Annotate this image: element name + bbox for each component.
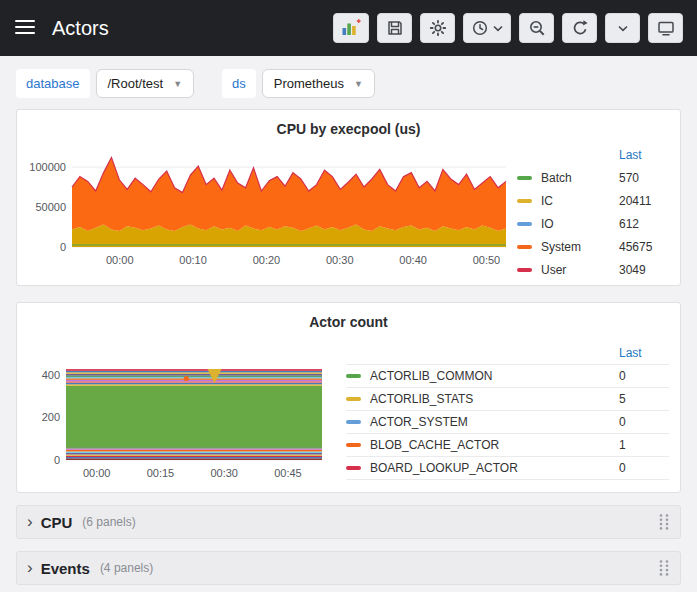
datasource-variable-value: Prometheus: [274, 76, 344, 91]
refresh-button[interactable]: [562, 13, 597, 43]
legend-series-name: ACTORLIB_COMMON: [370, 369, 619, 383]
legend-item-actorlib_stats[interactable]: ACTORLIB_STATS5: [346, 388, 669, 411]
row-title: Events: [41, 560, 90, 577]
actor-count-legend: LastACTORLIB_COMMON0ACTORLIB_STATS5ACTOR…: [346, 342, 669, 480]
dashboard-settings-button[interactable]: [420, 13, 455, 43]
row-title: CPU: [41, 514, 73, 531]
svg-text:00:00: 00:00: [106, 254, 134, 266]
series-color-swatch: [517, 176, 532, 180]
legend-item-io[interactable]: IO612: [517, 212, 669, 235]
legend-last-value: 20411: [619, 194, 669, 208]
svg-text:0: 0: [54, 454, 60, 466]
svg-text:400: 400: [42, 369, 60, 381]
legend-series-name: BOARD_LOOKUP_ACTOR: [370, 461, 619, 475]
svg-text:00:30: 00:30: [210, 467, 238, 479]
legend-item-system[interactable]: System45675: [517, 235, 669, 258]
legend-series-name: Batch: [541, 171, 619, 185]
database-variable-label: database: [16, 69, 90, 98]
refresh-interval-dropdown-button[interactable]: [605, 13, 640, 43]
legend-series-name: BLOB_CACHE_ACTOR: [370, 438, 619, 452]
svg-text:00:00: 00:00: [83, 467, 111, 479]
zoom-out-icon: [528, 19, 546, 37]
clock-icon: [471, 19, 489, 37]
collapsed-row-cpu[interactable]: › CPU (6 panels): [16, 505, 681, 539]
legend-item-actor_system[interactable]: ACTOR_SYSTEM0: [346, 411, 669, 434]
save-dashboard-button[interactable]: [377, 13, 412, 43]
add-panel-button[interactable]: [333, 13, 369, 43]
legend-last-header: Last: [619, 346, 669, 360]
legend-last-value: 612: [619, 217, 669, 231]
drag-handle-icon[interactable]: [658, 559, 670, 577]
tv-mode-button[interactable]: [648, 13, 683, 43]
legend-last-value: 1: [619, 438, 669, 452]
legend-series-name: ACTORLIB_STATS: [370, 392, 619, 406]
panel-actor-count: Actor count 400200000:0000:1500:3000:45 …: [16, 302, 681, 493]
cpu-execpool-legend: LastBatch570IC20411IO612System45675User3…: [517, 143, 669, 281]
legend-series-name: IO: [541, 217, 619, 231]
database-variable-value: /Root/test: [108, 76, 164, 91]
chevron-down-icon: ▼: [354, 79, 363, 89]
legend-item-board_lookup_actor[interactable]: BOARD_LOOKUP_ACTOR0: [346, 457, 669, 480]
legend-series-name: System: [541, 240, 619, 254]
actor-count-chart[interactable]: 400200000:0000:1500:3000:45: [28, 356, 328, 488]
refresh-icon: [571, 19, 589, 37]
time-range-picker-button[interactable]: [463, 13, 511, 43]
panel-title[interactable]: Actor count: [28, 311, 669, 336]
svg-text:100000: 100000: [29, 161, 66, 173]
legend-series-name: ACTOR_SYSTEM: [370, 415, 619, 429]
drag-handle-icon[interactable]: [658, 513, 670, 531]
hamburger-icon: [14, 19, 36, 35]
chevron-down-icon: ▼: [173, 79, 182, 89]
svg-text:00:20: 00:20: [253, 254, 281, 266]
panel-title[interactable]: CPU by execpool (us): [28, 118, 669, 143]
legend-header-row: Last: [517, 143, 669, 166]
legend-last-value: 3049: [619, 263, 669, 277]
row-panel-count: (4 panels): [100, 561, 153, 575]
svg-text:50000: 50000: [35, 201, 66, 213]
zoom-out-time-button[interactable]: [519, 13, 554, 43]
series-color-swatch: [346, 397, 361, 401]
series-color-swatch: [346, 374, 361, 378]
ds-variable-label: ds: [222, 69, 256, 98]
add-panel-icon: [341, 19, 361, 37]
legend-last-value: 5: [619, 392, 669, 406]
legend-last-header: Last: [619, 148, 669, 162]
database-variable-select[interactable]: /Root/test ▼: [96, 69, 195, 98]
svg-text:00:45: 00:45: [274, 467, 302, 479]
template-variables-bar: database /Root/test ▼ ds Prometheus ▼: [0, 56, 697, 109]
legend-last-value: 0: [619, 415, 669, 429]
collapsed-row-events[interactable]: › Events (4 panels): [16, 551, 681, 585]
monitor-icon: [657, 19, 675, 37]
panel-cpu-by-execpool: CPU by execpool (us) 10000050000000:0000…: [16, 109, 681, 286]
app-header: Actors: [0, 0, 697, 56]
svg-text:200: 200: [42, 411, 60, 423]
legend-item-ic[interactable]: IC20411: [517, 189, 669, 212]
legend-item-user[interactable]: User3049: [517, 258, 669, 281]
legend-last-value: 45675: [619, 240, 669, 254]
chevron-right-icon: ›: [27, 513, 33, 530]
svg-text:00:10: 00:10: [179, 254, 207, 266]
series-color-swatch: [346, 466, 361, 470]
legend-last-value: 570: [619, 171, 669, 185]
datasource-variable-select[interactable]: Prometheus ▼: [262, 69, 375, 98]
series-color-swatch: [517, 245, 532, 249]
legend-item-blob_cache_actor[interactable]: BLOB_CACHE_ACTOR1: [346, 434, 669, 457]
chevron-down-icon: [493, 25, 503, 32]
legend-item-actorlib_common[interactable]: ACTORLIB_COMMON0: [346, 365, 669, 388]
svg-text:00:50: 00:50: [473, 254, 501, 266]
legend-last-value: 0: [619, 461, 669, 475]
legend-last-value: 0: [619, 369, 669, 383]
svg-text:00:40: 00:40: [399, 254, 427, 266]
svg-text:00:30: 00:30: [326, 254, 354, 266]
legend-item-batch[interactable]: Batch570: [517, 166, 669, 189]
settings-gear-icon: [429, 19, 447, 37]
row-panel-count: (6 panels): [82, 515, 135, 529]
chevron-down-icon: [618, 25, 628, 32]
chevron-right-icon: ›: [27, 559, 33, 576]
hamburger-menu-button[interactable]: [14, 19, 36, 38]
save-icon: [386, 19, 404, 37]
series-color-swatch: [517, 268, 532, 272]
series-color-swatch: [346, 443, 361, 447]
cpu-execpool-chart[interactable]: 10000050000000:0000:1000:2000:3000:4000:…: [28, 143, 512, 275]
svg-text:0: 0: [60, 241, 66, 253]
